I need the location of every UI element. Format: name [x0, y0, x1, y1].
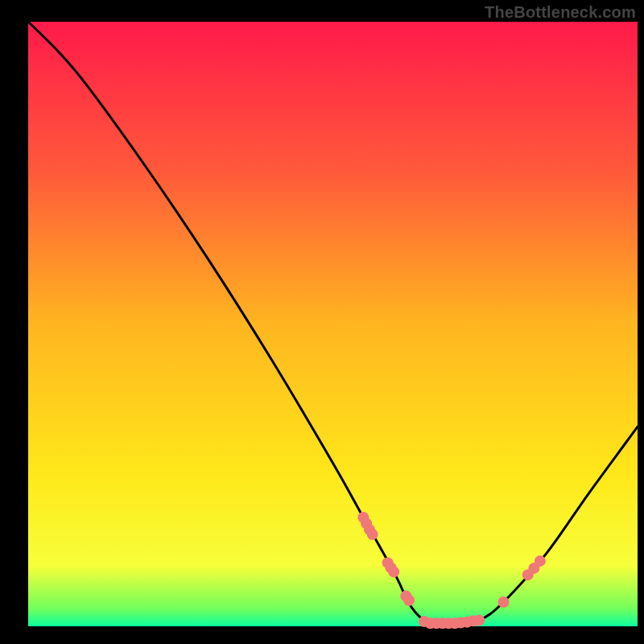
watermark-text: TheBottleneck.com	[485, 3, 636, 22]
curve-marker	[473, 614, 485, 625]
curve-marker	[535, 555, 546, 567]
curve-marker	[497, 597, 509, 608]
bottleneck-chart	[0, 0, 644, 644]
chart-frame: TheBottleneck.com	[0, 0, 644, 644]
curve-marker	[388, 566, 399, 577]
plot-background	[28, 22, 638, 626]
curve-marker	[367, 529, 378, 540]
curve-marker	[403, 595, 415, 606]
